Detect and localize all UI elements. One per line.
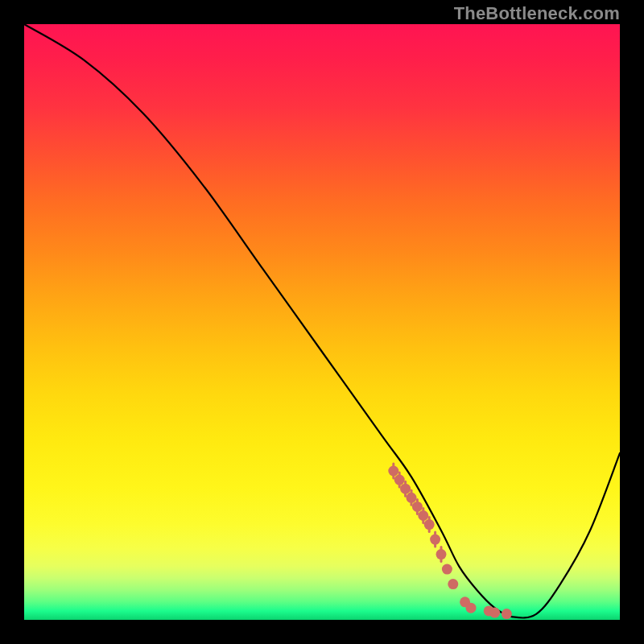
chart-frame: TheBottleneck.com — [0, 0, 644, 644]
marker-dot — [489, 608, 500, 618]
marker-dot — [448, 579, 458, 589]
chart-overlay — [24, 24, 620, 620]
bottleneck-curve — [24, 24, 620, 617]
highlight-markers — [388, 464, 512, 619]
watermark-text: TheBottleneck.com — [454, 3, 620, 24]
marker-dot — [466, 603, 477, 613]
marker-dot — [442, 564, 452, 575]
marker-dot — [502, 609, 512, 619]
